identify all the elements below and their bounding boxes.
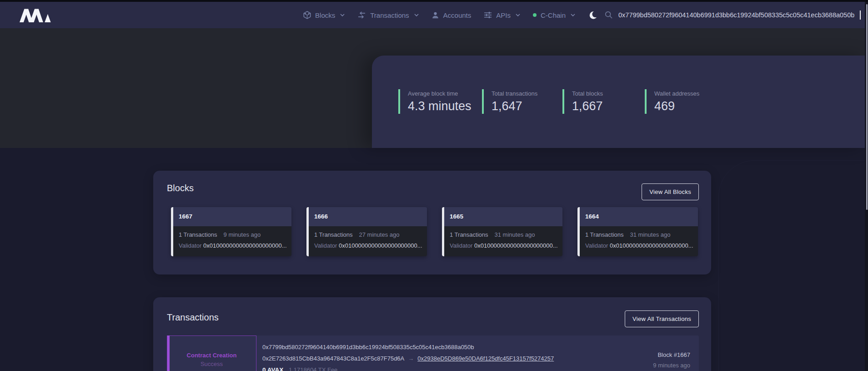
to-address-link[interactable]: 0x2938eD5D869e50DA6f125dfc45F13157f52742… [417, 355, 554, 362]
navbar: Blocks Transactions [0, 2, 868, 28]
view-all-blocks-button[interactable]: View All Blocks [642, 183, 699, 200]
transaction-type: Contract Creation [187, 352, 237, 359]
avalanche-logo[interactable] [20, 8, 52, 23]
nav-item-apis[interactable]: APIs [484, 11, 520, 19]
stat-wallet-addresses: Wallet addresses 469 [645, 89, 699, 114]
transaction-accent-bar [167, 335, 170, 371]
card-accent-bar [171, 207, 173, 256]
block-card-1664[interactable]: 1664 1 Transactions 31 minutes ago Valid… [577, 207, 698, 256]
validator-address: 0x0100000000000000000000... [339, 242, 422, 249]
moon-icon [589, 10, 598, 20]
stat-value: 4.3 minutes [408, 99, 472, 113]
arrow-right-icon: → [408, 355, 414, 362]
transaction-fee: 1.1718604 TX Fee [289, 366, 337, 371]
block-tx-count: 1 Transactions [450, 231, 488, 238]
nav-item-blocks[interactable]: Blocks [303, 11, 345, 19]
block-tx-count: 1 Transactions [314, 231, 353, 238]
block-card-1665[interactable]: 1665 1 Transactions 31 minutes ago Valid… [442, 207, 562, 256]
validator-label: Validator [314, 242, 337, 249]
nav-item-label: C-Chain [541, 11, 566, 19]
dark-mode-toggle[interactable] [589, 10, 598, 20]
nav-item-accounts[interactable]: Accounts [431, 11, 472, 19]
chevron-down-icon [340, 14, 345, 16]
blocks-panel: Blocks View All Blocks 1667 1 Transactio… [153, 171, 711, 274]
search-input[interactable]: 0x7799bd580272f9604140b6991d3bb6c19924bf… [605, 2, 861, 28]
text-cursor [860, 10, 861, 20]
scrollbar-track[interactable] [865, 2, 868, 371]
stat-label: Total transactions [492, 90, 537, 97]
stat-total-blocks: Total blocks 1,667 [562, 89, 603, 114]
background-decor-shape [718, 160, 868, 371]
stat-value: 1,667 [572, 99, 603, 113]
transaction-type-box: Contract Creation Success [167, 335, 256, 371]
chevron-down-icon [414, 14, 419, 16]
stat-total-transactions: Total transactions 1,647 [482, 89, 537, 114]
stat-value: 1,647 [492, 99, 537, 113]
nav-item-label: Accounts [443, 11, 472, 19]
block-time-ago: 31 minutes ago [630, 231, 671, 238]
block-card-1666[interactable]: 1666 1 Transactions 27 minutes ago Valid… [306, 207, 427, 256]
stat-average-block-time: Average block time 4.3 minutes [398, 89, 472, 114]
stat-value: 469 [654, 99, 699, 113]
validator-address: 0x0100000000000000000000... [203, 242, 287, 249]
validator-address: 0x0100000000000000000000... [474, 242, 558, 249]
nav-item-c-chain[interactable]: C-Chain [533, 11, 575, 19]
stat-label: Wallet addresses [654, 90, 699, 97]
block-number: 1664 [577, 207, 698, 226]
card-accent-bar [306, 207, 309, 256]
block-number: 1666 [306, 207, 427, 226]
chain-status-dot [533, 13, 537, 17]
transaction-hash[interactable]: 0x7799bd580272f9604140b6991d3bb6c19924bf… [262, 344, 474, 351]
nav-item-label: Transactions [370, 11, 409, 19]
card-accent-bar [577, 207, 580, 256]
stat-label: Average block time [408, 90, 472, 97]
search-value: 0x7799bd580272f9604140b6991d3bb6c19924bf… [618, 11, 854, 19]
transaction-amount: 0 AVAX [262, 366, 283, 371]
transaction-time-ago: 9 minutes ago [653, 362, 690, 369]
block-time-ago: 27 minutes ago [359, 231, 400, 238]
validator-label: Validator [585, 242, 608, 249]
block-tx-count: 1 Transactions [179, 231, 217, 238]
stat-label: Total blocks [572, 90, 603, 97]
nav-item-label: Blocks [315, 11, 335, 19]
chevron-down-icon [571, 14, 575, 16]
transactions-panel: Transactions View All Transactions Contr… [153, 297, 711, 371]
nav-menu: Blocks Transactions [303, 2, 598, 28]
block-time-ago: 31 minutes ago [495, 231, 535, 238]
sliders-icon [484, 11, 492, 19]
from-address: 0x2E7263d815CbB43a9647843C8a1e2F5c87F75d… [262, 355, 404, 362]
nav-item-transactions[interactable]: Transactions [357, 11, 418, 19]
card-accent-bar [442, 207, 444, 256]
nav-item-label: APIs [496, 11, 511, 19]
transaction-meta: Block #1667 9 minutes ago [653, 351, 690, 369]
chevron-down-icon [516, 14, 520, 16]
validator-label: Validator [450, 242, 472, 249]
stats-panel: Average block time 4.3 minutes Total tra… [372, 56, 868, 148]
block-cards-row: 1667 1 Transactions 9 minutes ago Valida… [171, 207, 698, 256]
block-tx-count: 1 Transactions [585, 231, 624, 238]
validator-label: Validator [179, 242, 201, 249]
swap-arrows-icon [357, 11, 366, 19]
block-time-ago: 9 minutes ago [224, 231, 261, 238]
transaction-status: Success [201, 361, 223, 367]
block-number: 1665 [442, 207, 562, 226]
block-card-1667[interactable]: 1667 1 Transactions 9 minutes ago Valida… [171, 207, 291, 256]
block-number: 1667 [171, 207, 291, 226]
explorer-page: Blocks Transactions [0, 0, 868, 371]
block-reference-link[interactable]: Block #1667 [653, 351, 690, 358]
user-icon [431, 11, 439, 19]
blocks-panel-title: Blocks [167, 183, 194, 193]
scrollbar-thumb[interactable] [866, 4, 868, 210]
cube-icon [303, 11, 311, 19]
validator-address: 0x0100000000000000000000... [610, 242, 693, 249]
hero-section: Average block time 4.3 minutes Total tra… [0, 28, 868, 148]
view-all-transactions-button[interactable]: View All Transactions [625, 310, 699, 327]
transactions-panel-title: Transactions [167, 312, 219, 323]
search-icon [605, 11, 613, 19]
transaction-row[interactable]: Contract Creation Success 0x7799bd580272… [167, 335, 699, 371]
